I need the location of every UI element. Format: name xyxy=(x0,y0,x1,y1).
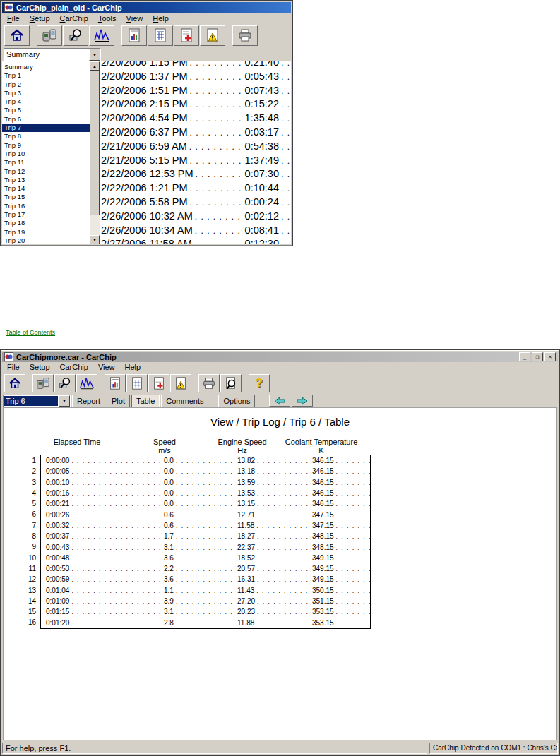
alarm-log-button[interactable] xyxy=(170,374,191,392)
plot-button[interactable] xyxy=(89,25,114,46)
trip-summary-row[interactable]: 2/27/2006 11:58 AM. . . . . . . . . . . … xyxy=(101,238,291,244)
list-item-trip-15[interactable]: Trip 15 xyxy=(2,193,90,201)
add-comment-button[interactable] xyxy=(174,25,199,46)
menu-carchip[interactable]: CarChip xyxy=(55,13,93,23)
list-item-trip-20[interactable]: Trip 20 xyxy=(2,236,90,244)
list-item-trip-8[interactable]: Trip 8 xyxy=(2,132,90,140)
table-cell: 346.15. . . . . . . . . . . . . . . . . … xyxy=(311,457,370,464)
dot-leader: . . . . . . . . . . . . . . . . . . . . … xyxy=(190,198,243,208)
previous-trip-button[interactable] xyxy=(269,395,290,407)
report-view-button[interactable] xyxy=(121,25,147,46)
trip-summary-row[interactable]: 2/20/2006 2:15 PM. . . . . . . . . . . .… xyxy=(101,98,291,112)
list-item-trip-19[interactable]: Trip 19 xyxy=(2,228,90,236)
list-item-trip-9[interactable]: Trip 9 xyxy=(2,141,90,150)
trip-summary-row[interactable]: 2/22/2006 1:21 PM. . . . . . . . . . . .… xyxy=(101,182,291,196)
plot-tab-button[interactable]: Plot xyxy=(107,395,130,407)
table-tab-button[interactable]: Table xyxy=(131,395,160,407)
list-item-trip-12[interactable]: Trip 12 xyxy=(2,167,90,176)
print-button[interactable] xyxy=(232,25,258,46)
menu-setup[interactable]: Setup xyxy=(25,13,55,23)
scroll-down-icon[interactable]: ▼ xyxy=(90,235,100,244)
list-item-trip-13[interactable]: Trip 13 xyxy=(2,176,90,184)
trip-summary-row[interactable]: 2/20/2006 6:37 PM. . . . . . . . . . . .… xyxy=(101,126,291,140)
options-button[interactable]: Options xyxy=(218,395,255,407)
report-tab-button[interactable]: Report xyxy=(72,395,105,407)
dot-leader: . . . . . . . . . . . . . . . . . . . . … xyxy=(189,142,243,152)
trip-summary-row[interactable]: 2/20/2006 1:15 PM. . . . . . . . . . . .… xyxy=(101,61,291,71)
list-item-trip-17[interactable]: Trip 17 xyxy=(2,210,90,219)
download-data-button[interactable] xyxy=(37,25,62,46)
menu-view[interactable]: View xyxy=(93,362,120,372)
print-preview-button[interactable] xyxy=(220,374,242,392)
list-item-trip-18[interactable]: Trip 18 xyxy=(2,219,90,227)
minimize-icon[interactable]: _ xyxy=(519,352,530,361)
scrollbar-thumb[interactable] xyxy=(90,71,100,215)
restore-icon[interactable]: ❐ xyxy=(532,352,543,361)
chevron-down-icon[interactable]: ▼ xyxy=(89,49,100,61)
add-comment-button[interactable] xyxy=(148,374,169,392)
search-device-button[interactable] xyxy=(54,374,76,392)
table-page-icon xyxy=(153,28,168,43)
trip-summary-row[interactable]: 2/21/2006 6:59 AM. . . . . . . . . . . .… xyxy=(101,140,291,155)
table-view-button[interactable] xyxy=(148,25,173,46)
dot-leader: . . . . . . . . . . . . . . . . . . . . … xyxy=(69,500,162,508)
list-item-trip-14[interactable]: Trip 14 xyxy=(2,184,90,193)
table-row: 0:01:20. . . . . . . . . . . . . . . . .… xyxy=(41,617,370,628)
trip-duration: 0:10:44 xyxy=(243,182,281,193)
list-item-trip-16[interactable]: Trip 16 xyxy=(2,202,90,210)
trip-summary-row[interactable]: 2/21/2006 5:15 PM. . . . . . . . . . . .… xyxy=(101,155,291,169)
help-button[interactable]: ? xyxy=(249,374,270,392)
menu-view[interactable]: View xyxy=(121,13,148,23)
trip-summary-row[interactable]: 2/26/2006 10:32 AM. . . . . . . . . . . … xyxy=(101,210,291,224)
list-item-trip-10[interactable]: Trip 10 xyxy=(2,150,90,158)
menu-file[interactable]: File xyxy=(2,13,25,23)
window2-titlebar[interactable]: CarChipmore.car - CarChip _ ❐ ✕ xyxy=(2,352,558,362)
menu-setup[interactable]: Setup xyxy=(25,362,55,372)
plot-button[interactable] xyxy=(76,374,97,392)
trip-selector[interactable]: Trip 6 ▼ xyxy=(3,395,71,407)
dot-leader: . . . . . . xyxy=(281,156,291,166)
table-view-button[interactable] xyxy=(126,374,148,392)
list-item-summary[interactable]: Summary xyxy=(2,63,90,71)
menu-help[interactable]: Help xyxy=(120,362,146,372)
report-view-button[interactable] xyxy=(105,374,126,392)
list-item-trip-1[interactable]: Trip 1 xyxy=(2,71,90,80)
chevron-down-icon[interactable]: ▼ xyxy=(59,395,70,407)
list-item-trip-6[interactable]: Trip 6 xyxy=(2,115,90,124)
menu-help[interactable]: Help xyxy=(148,13,174,23)
list-item-trip-11[interactable]: Trip 11 xyxy=(2,158,90,167)
close-icon[interactable]: ✕ xyxy=(544,352,556,361)
table-cell: 0:00:00. . . . . . . . . . . . . . . . .… xyxy=(41,457,162,464)
list-item-trip-5[interactable]: Trip 5 xyxy=(2,106,90,114)
cell-value: 346.15 xyxy=(311,479,334,486)
menu-carchip[interactable]: CarChip xyxy=(55,362,93,372)
cell-value: 349.15 xyxy=(311,565,334,572)
menu-file[interactable]: File xyxy=(2,362,25,372)
alarm-log-button[interactable] xyxy=(200,25,225,46)
comments-tab-button[interactable]: Comments xyxy=(161,395,208,407)
window1-titlebar[interactable]: CarChip_plain_old - CarChip xyxy=(2,2,291,13)
view-selector[interactable]: Summary ▼ xyxy=(4,48,101,61)
next-trip-button[interactable] xyxy=(292,395,313,407)
list-item-trip-3[interactable]: Trip 3 xyxy=(2,89,90,97)
trip-summary-row[interactable]: 2/22/2006 5:58 PM. . . . . . . . . . . .… xyxy=(101,196,291,210)
trip-summary-row[interactable]: 2/26/2006 10:34 AM. . . . . . . . . . . … xyxy=(101,224,291,239)
trip-summary-row[interactable]: 2/20/2006 1:51 PM. . . . . . . . . . . .… xyxy=(101,85,291,99)
scroll-up-icon[interactable]: ▲ xyxy=(90,61,100,71)
trip-summary-row[interactable]: 2/20/2006 1:37 PM. . . . . . . . . . . .… xyxy=(101,71,291,85)
menu-tools[interactable]: Tools xyxy=(93,13,121,23)
doc-link[interactable]: Table of Contents xyxy=(6,329,55,336)
table-row: 0:00:32. . . . . . . . . . . . . . . . .… xyxy=(41,520,370,531)
trip-summary-row[interactable]: 2/20/2006 4:54 PM. . . . . . . . . . . .… xyxy=(101,112,291,126)
device-sync-icon xyxy=(36,376,50,390)
print-button[interactable] xyxy=(198,374,220,392)
trip-list-scrollbar[interactable]: ▲ ▼ xyxy=(90,61,100,244)
list-item-trip-2[interactable]: Trip 2 xyxy=(2,80,90,89)
home-button[interactable] xyxy=(4,374,25,392)
trip-summary-row[interactable]: 2/22/2006 12:53 PM. . . . . . . . . . . … xyxy=(101,168,291,182)
download-data-button[interactable] xyxy=(32,374,54,392)
search-device-button[interactable] xyxy=(63,25,88,46)
list-item-trip-4[interactable]: Trip 4 xyxy=(2,97,90,106)
home-button[interactable] xyxy=(4,25,30,46)
list-item-trip-7[interactable]: Trip 7 xyxy=(2,124,90,132)
